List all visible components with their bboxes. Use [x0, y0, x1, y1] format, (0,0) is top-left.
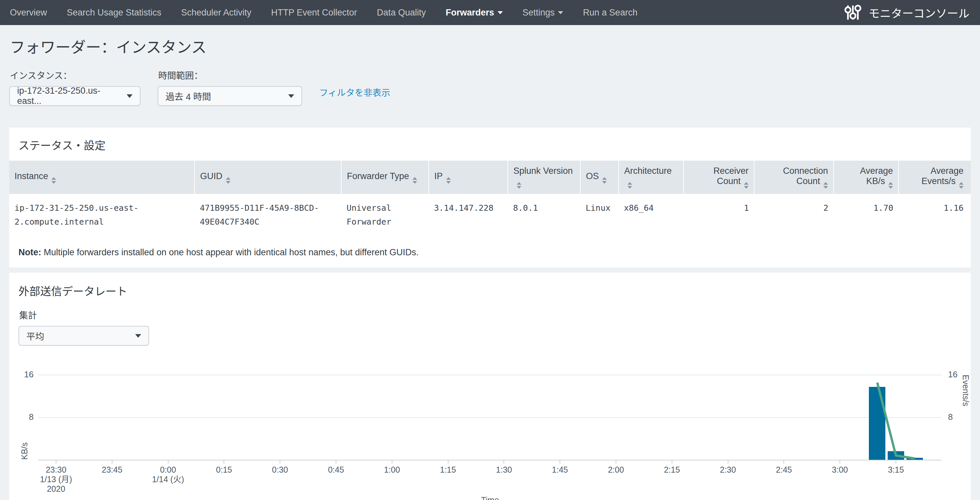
- status-settings-panel: ステータス・設定 Instance GUID Forwarder Type IP…: [9, 127, 971, 268]
- x-tick-label: 2:00: [588, 465, 644, 475]
- sort-icon: [517, 182, 521, 189]
- cell-average-kbs: 1.70: [834, 194, 899, 239]
- chart-plot[interactable]: [38, 375, 942, 460]
- x-tick-label: 1:15: [420, 465, 476, 475]
- col-header-os[interactable]: OS: [580, 161, 619, 194]
- top-nav: Overview Search Usage Statistics Schedul…: [0, 0, 980, 25]
- chevron-down-icon: [127, 94, 132, 98]
- status-settings-panel-title: ステータス・設定: [9, 137, 971, 153]
- x-tick-label: 0:30: [252, 465, 308, 475]
- table-row: ip-172-31-25-250.us-east-2.compute.inter…: [9, 194, 971, 239]
- y-tick-right: 8: [948, 412, 963, 422]
- note-text: Note: Multiple forwarders installed on o…: [9, 239, 971, 258]
- sort-icon: [602, 177, 607, 184]
- time-range-filter-label: 時間範囲：: [158, 68, 302, 81]
- sort-icon: [226, 177, 231, 184]
- col-header-average-kbs[interactable]: Average KB/s: [834, 161, 899, 194]
- sliders-icon: [844, 4, 861, 21]
- x-tick-label: 2:30: [700, 465, 756, 475]
- chevron-down-icon: [135, 334, 141, 338]
- x-tick-label: 1:00: [364, 465, 420, 475]
- x-tick-label: 23:301/13 (月)2020: [28, 465, 84, 494]
- aggregation-label: 集計: [19, 308, 961, 321]
- x-tick-label: 3:00: [812, 465, 868, 475]
- hide-filters-link-wrap: フィルタを非表示: [319, 82, 390, 102]
- instance-filter-group: インスタンス： ip-172-31-25-250.us-east...: [9, 68, 140, 106]
- cell-architecture: x86_64: [619, 194, 684, 239]
- x-tick-label: 2:45: [756, 465, 812, 475]
- col-header-forwarder-type[interactable]: Forwarder Type: [341, 161, 429, 194]
- app-badge[interactable]: モニターコンソール: [844, 4, 969, 21]
- col-header-average-eventss[interactable]: Average Events/s: [899, 161, 971, 194]
- cell-forwarder-type: Universal Forwarder: [341, 194, 429, 239]
- time-range-dropdown-value: 過去 4 時間: [165, 90, 211, 103]
- y-tick-left: 16: [19, 369, 33, 380]
- chevron-down-icon: [288, 94, 294, 98]
- col-header-receiver-count[interactable]: Receiver Count: [684, 161, 754, 194]
- page-title: フォワーダー：インスタンス: [10, 35, 971, 57]
- chart: KB/s Events/s Time KB/s Events/s 8816162…: [19, 375, 961, 500]
- nav-item-search-usage-statistics[interactable]: Search Usage Statistics: [57, 8, 172, 18]
- nav-item-run-a-search[interactable]: Run a Search: [573, 8, 647, 18]
- nav-item-http-event-collector[interactable]: HTTP Event Collector: [261, 8, 367, 18]
- nav-item-forwarders[interactable]: Forwarders: [436, 8, 512, 18]
- sort-icon: [744, 182, 749, 189]
- sort-icon: [959, 182, 964, 189]
- x-tick-label: 2:15: [644, 465, 700, 475]
- cell-connection-count: 2: [754, 194, 834, 239]
- cell-average-eventss: 1.16: [899, 194, 971, 239]
- sort-icon: [823, 182, 828, 189]
- nav-item-scheduler-activity[interactable]: Scheduler Activity: [171, 8, 261, 18]
- col-header-architecture[interactable]: Architecture: [619, 161, 684, 194]
- cell-os: Linux: [580, 194, 619, 239]
- cell-instance: ip-172-31-25-250.us-east-2.compute.inter…: [9, 194, 194, 239]
- filters-bar: インスタンス： ip-172-31-25-250.us-east... 時間範囲…: [9, 68, 971, 106]
- instance-filter-label: インスタンス：: [10, 68, 140, 81]
- cell-ip: 3.14.147.228: [429, 194, 508, 239]
- chevron-down-icon: [558, 11, 563, 14]
- time-range-dropdown[interactable]: 過去 4 時間: [158, 86, 302, 106]
- x-tick-label: 23:45: [84, 465, 140, 475]
- y-tick-right: 16: [948, 369, 963, 380]
- eventss-line: [38, 375, 942, 464]
- sort-icon: [412, 177, 417, 184]
- col-header-instance[interactable]: Instance: [9, 161, 194, 194]
- col-header-guid[interactable]: GUID: [194, 161, 341, 194]
- x-tick-label: 1:30: [476, 465, 532, 475]
- cell-receiver-count: 1: [684, 194, 754, 239]
- time-range-filter-group: 時間範囲： 過去 4 時間: [158, 68, 302, 106]
- note-label: Note:: [19, 247, 41, 257]
- instance-dropdown[interactable]: ip-172-31-25-250.us-east...: [9, 86, 140, 106]
- status-table: Instance GUID Forwarder Type IP Splunk V…: [9, 161, 971, 239]
- nav-item-overview[interactable]: Overview: [0, 8, 57, 18]
- page-head: フォワーダー：インスタンス インスタンス： ip-172-31-25-250.u…: [0, 25, 980, 106]
- sort-icon: [888, 182, 893, 189]
- nav-item-settings[interactable]: Settings: [513, 8, 573, 18]
- col-header-splunk-version[interactable]: Splunk Version: [508, 161, 580, 194]
- app-name: モニターコンソール: [869, 5, 969, 21]
- nav-item-data-quality[interactable]: Data Quality: [367, 8, 436, 18]
- aggregation-dropdown-value: 平均: [26, 330, 44, 342]
- sort-icon: [446, 177, 451, 184]
- outgoing-data-rate-panel-title: 外部送信データレート: [19, 283, 961, 298]
- y-tick-left: 8: [19, 412, 33, 422]
- x-tick-label: 1:45: [532, 465, 588, 475]
- cell-guid: 471B9955-D11F-45A9-8BCD-49E04C7F340C: [194, 194, 341, 239]
- x-tick-label: 3:15: [868, 465, 924, 475]
- x-axis-title: Time: [19, 495, 961, 500]
- status-table-header-row: Instance GUID Forwarder Type IP Splunk V…: [9, 161, 971, 194]
- x-tick-label: 0:45: [308, 465, 364, 475]
- col-header-ip[interactable]: IP: [429, 161, 508, 194]
- sort-icon: [627, 182, 632, 189]
- hide-filters-link[interactable]: フィルタを非表示: [319, 86, 390, 99]
- x-tick-label: 0:15: [196, 465, 252, 475]
- aggregation-dropdown[interactable]: 平均: [19, 326, 149, 346]
- sort-icon: [51, 177, 56, 184]
- outgoing-data-rate-panel: 外部送信データレート 集計 平均 KB/s Events/s Time KB/s…: [9, 273, 971, 500]
- col-header-connection-count[interactable]: Connection Count: [754, 161, 834, 194]
- x-tick-label: 0:001/14 (火): [140, 465, 196, 484]
- chevron-down-icon: [498, 11, 503, 14]
- instance-dropdown-value: ip-172-31-25-250.us-east...: [17, 86, 120, 106]
- cell-splunk-version: 8.0.1: [508, 194, 580, 239]
